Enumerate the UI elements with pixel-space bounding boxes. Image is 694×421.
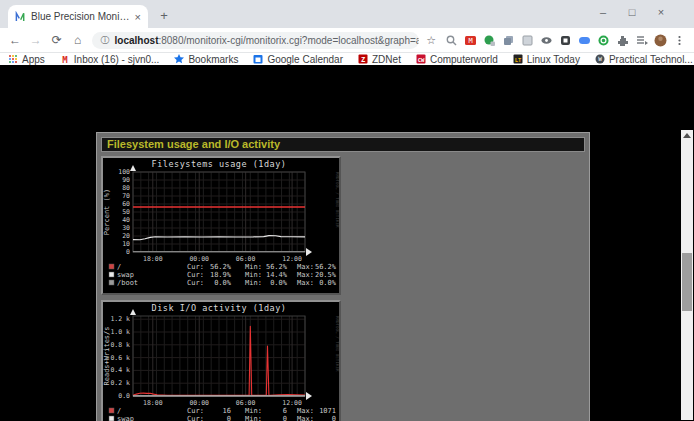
page-content: Filesystem usage and I/O activityFilesys… [0,65,694,421]
svg-text:0.0%: 0.0% [270,279,288,287]
svg-text:M: M [468,37,472,45]
svg-text:90: 90 [122,176,130,184]
svg-text:00:00: 00:00 [189,399,209,407]
svg-text:100: 100 [118,168,130,176]
svg-text:0.2 k: 0.2 k [110,379,130,387]
extensions-puzzle-icon[interactable] [616,34,629,47]
url-rest: :8080/monitorix-cgi/monitorix.cgi?mode=l… [158,35,419,46]
search-icon[interactable] [445,34,458,47]
svg-text:14.4%: 14.4% [266,271,288,279]
address-bar[interactable]: ⓘ localhost:8080/monitorix-cgi/monitorix… [92,32,420,49]
svg-text:0.4 k: 0.4 k [110,366,130,374]
svg-text:0.0: 0.0 [118,392,130,400]
zdnet-icon: Z [358,54,368,64]
reload-icon[interactable]: ⟳ [50,33,64,47]
tab-strip: Blue Precision Monitorix × + – □ × [0,0,694,28]
session-buddy-icon[interactable] [483,34,496,47]
gmail-extension-icon[interactable]: M [464,34,477,47]
wordpress-icon: W [595,54,605,64]
bookmark-item-zdnet[interactable]: ZZDNet [358,54,401,65]
chart-disk-i-o-activity: Disk I/O activity (1day)Reads+Writes/s1.… [103,302,339,421]
dark-square-extension-icon[interactable] [559,34,572,47]
tab-close-icon[interactable]: × [135,11,141,23]
svg-text:56.2%: 56.2% [266,263,288,271]
gray-square-extension-icon[interactable] [521,34,534,47]
tab-title: Blue Precision Monitorix [31,11,130,22]
profile-avatar[interactable] [654,34,667,47]
svg-text:Min:: Min: [245,263,262,271]
svg-text:60: 60 [122,200,130,208]
svg-text:RRDTOOL / TOBI OETIKER: RRDTOOL / TOBI OETIKER [335,316,339,372]
scrollbar-up-arrow-icon[interactable] [683,133,691,138]
svg-text:Min:: Min: [245,279,262,287]
svg-text:18:00: 18:00 [143,399,163,407]
bookmark-item-apps[interactable]: Apps [8,54,45,65]
svg-text:Percent (%): Percent (%) [103,189,111,235]
bookmark-item-inbox-sjvn0[interactable]: MInbox (16) - sjvn0... [60,54,160,65]
svg-text:W: W [598,55,602,62]
svg-text:0: 0 [227,415,231,421]
chart-panel-disk-i-o-activity[interactable]: Disk I/O activity (1day)Reads+Writes/s1.… [101,300,341,421]
svg-text:/boot: /boot [117,279,138,287]
copy-pages-icon[interactable] [502,34,515,47]
svg-text:30: 30 [122,224,130,232]
svg-text:/: / [117,407,121,415]
home-icon[interactable]: ⌂ [71,33,85,47]
chart-panel-filesystems-usage[interactable]: Filesystems usage (1day)Percent (%)10090… [101,156,341,295]
back-icon[interactable]: ← [8,33,22,47]
svg-text:0: 0 [332,415,336,421]
svg-text:Cur:: Cur: [187,279,204,287]
tab-active[interactable]: Blue Precision Monitorix × [8,5,148,28]
bookmark-item-linux-today[interactable]: LTLinux Today [513,54,580,65]
svg-text:0: 0 [283,415,287,421]
svg-text:0: 0 [126,248,130,256]
svg-text:70: 70 [122,192,130,200]
svg-text:Max:: Max: [297,263,314,271]
bookmark-item-bookmarks[interactable]: Bookmarks [174,54,238,65]
green-circle-extension-icon[interactable] [597,34,610,47]
messenger-extension-icon[interactable] [578,34,591,47]
scrollbar-thumb[interactable] [682,253,692,311]
window-maximize-button[interactable]: □ [627,6,637,18]
svg-text:18.9%: 18.9% [210,271,232,279]
svg-text:Min:: Min: [245,407,262,415]
eye-extension-icon[interactable] [540,34,553,47]
bookmark-label: Practical Technol... [609,54,693,65]
new-tab-button[interactable]: + [156,8,172,23]
svg-text:40: 40 [122,216,130,224]
svg-text:swap: swap [117,415,134,421]
svg-text:0.0%: 0.0% [319,279,337,287]
svg-text:Z: Z [361,56,365,64]
page-scrollbar[interactable] [681,130,693,420]
svg-text:56.2%: 56.2% [315,263,337,271]
monitorix-favicon [15,8,26,26]
browser-window: { "tab": { "title": "Blue Precision Moni… [0,0,694,421]
svg-text:Cur:: Cur: [187,271,204,279]
svg-text:1.2 k: 1.2 k [110,315,130,323]
svg-text:Min:: Min: [245,415,262,421]
bookmark-items: AppsMInbox (16) - sjvn0...BookmarksGoogl… [8,54,694,65]
window-close-button[interactable]: × [656,6,666,18]
bookmark-item-practical-technol[interactable]: WPractical Technol... [595,54,693,65]
linux-today-icon: LT [513,54,523,64]
playlist-extension-icon[interactable] [635,34,648,47]
bookmark-label: Computerworld [430,54,498,65]
kebab-menu-icon[interactable] [673,34,686,47]
bookmark-item-computerworld[interactable]: CWComputerworld [416,54,498,65]
section-header-filesystem-usage-and-i-o-activity: Filesystem usage and I/O activity [101,137,585,152]
browser-toolbar: ← → ⟳ ⌂ ⓘ localhost:8080/monitorix-cgi/m… [0,28,694,53]
gmail-icon: M [60,54,70,64]
svg-text:06:00: 06:00 [236,255,256,263]
bookmark-star-icon[interactable]: ☆ [426,34,436,47]
forward-icon[interactable]: → [29,33,43,47]
svg-text:Max:: Max: [297,271,314,279]
bookmark-item-google-calendar[interactable]: Google Calendar [253,54,343,65]
svg-text:Disk I/O activity (1day): Disk I/O activity (1day) [152,303,287,313]
window-minimize-button[interactable]: – [598,6,608,18]
bookmarks-bar: AppsMInbox (16) - sjvn0...BookmarksGoogl… [0,53,694,65]
page-info-icon[interactable]: ⓘ [101,34,110,47]
svg-text:RRDTOOL / TOBI OETIKER: RRDTOOL / TOBI OETIKER [335,172,339,228]
svg-text:Cur:: Cur: [187,415,204,421]
svg-text:CW: CW [418,57,425,63]
svg-text:0.6 k: 0.6 k [110,354,130,362]
